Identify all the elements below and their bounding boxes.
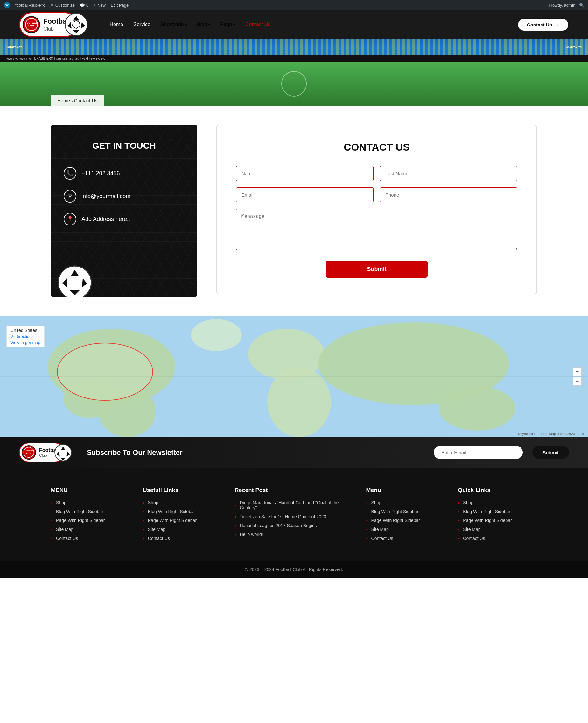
newsletter-bar: FOOTBALL CLUB Football Club Subscribe To… — [0, 437, 588, 468]
newsletter-submit-button[interactable]: Submit — [532, 446, 569, 459]
wp-logo-icon[interactable]: W — [4, 2, 10, 8]
menu1-contact[interactable]: Contact Us — [56, 536, 78, 541]
new-link[interactable]: + New — [93, 3, 106, 8]
customize-link[interactable]: ✏ Customize — [50, 3, 75, 8]
quick-blog[interactable]: Blog With Right Sidebar — [463, 509, 510, 514]
location-icon: 📍 — [64, 213, 76, 225]
list-item: Shop — [51, 500, 130, 505]
recent-post-4[interactable]: Hello world! — [240, 532, 263, 537]
list-item: Page With Right Sidebar — [143, 518, 222, 523]
nav-ball-icon — [64, 13, 88, 37]
useful-blog[interactable]: Blog With Right Sidebar — [148, 509, 195, 514]
email-phone-row — [236, 187, 517, 202]
nav-shortcode[interactable]: Shortcode — [161, 22, 187, 27]
footer-grid: MENU Shop Blog With Right Sidebar Page W… — [51, 487, 537, 545]
zoom-out-button[interactable]: − — [573, 377, 582, 386]
newsletter-logo: FOOTBALL CLUB Football Club — [19, 443, 65, 462]
menu3-sitemap[interactable]: Site Map — [371, 527, 389, 532]
menu1-blog[interactable]: Blog With Right Sidebar — [56, 509, 103, 514]
map-zoom-controls: + − — [573, 367, 582, 386]
list-item: Page With Right Sidebar — [51, 518, 130, 523]
recent-post-2[interactable]: Tickets on Sale for 1st Home Game of 202… — [240, 514, 327, 519]
nav-home[interactable]: Home — [110, 22, 123, 27]
nav-blog[interactable]: Blog — [197, 22, 210, 27]
edit-link[interactable]: Edit Page — [111, 3, 129, 8]
useful-shop[interactable]: Shop — [148, 500, 159, 505]
useful-sitemap[interactable]: Site Map — [148, 527, 165, 532]
phone-input[interactable] — [380, 187, 517, 202]
address-item: 📍 Add Address here.. — [64, 213, 185, 225]
arrow-icon: → — [554, 22, 559, 27]
list-item: Shop — [366, 500, 445, 505]
svg-text:FOOTBALL: FOOTBALL — [25, 22, 38, 24]
map-attribution: Keyboard shortcuts Map data ©2023 Terms — [518, 432, 585, 436]
newsletter-ball-icon — [55, 444, 72, 461]
breadcrumb: Home \ Contact Us — [51, 95, 104, 106]
list-item: Site Map — [51, 527, 130, 532]
newsletter-text: Subscribe To Our Newsletter — [87, 448, 424, 457]
phone-icon: 📞 — [64, 167, 76, 180]
howdy-label: Howdy, admin — [549, 3, 575, 8]
recent-post-1[interactable]: Diego Maradona's "Hand of God" and "Goal… — [240, 500, 354, 510]
get-in-touch-title: GET IN TOUCH — [64, 141, 185, 151]
menu3-page[interactable]: Page With Right Sidebar — [371, 518, 420, 523]
useful-contact[interactable]: Contact Us — [148, 536, 170, 541]
site-name-link[interactable]: football-club-Pro — [15, 3, 45, 8]
directions-link[interactable]: ↗ Directions — [10, 334, 40, 339]
list-item: Shop — [143, 500, 222, 505]
menu3-blog[interactable]: Blog With Right Sidebar — [371, 509, 419, 514]
quick-contact[interactable]: Contact Us — [463, 536, 485, 541]
submit-button[interactable]: Submit — [326, 261, 428, 278]
list-item: Shop — [458, 500, 537, 505]
email-address: info@yourmail.com — [81, 193, 130, 200]
list-item: Page With Right Sidebar — [458, 518, 537, 523]
quick-sitemap[interactable]: Site Map — [463, 527, 480, 532]
footer-menu3-title: Menu — [366, 487, 445, 494]
admin-search-icon[interactable]: 🔍 — [579, 3, 584, 8]
hero-section: Guaravita Guaravita vivo vivo vivo vivo … — [0, 39, 588, 106]
zoom-in-button[interactable]: + — [573, 367, 582, 376]
footer: MENU Shop Blog With Right Sidebar Page W… — [0, 468, 588, 578]
svg-text:CLUB: CLUB — [28, 24, 34, 27]
list-item: Page With Right Sidebar — [366, 518, 445, 523]
contact-form-title: CONTACT US — [236, 141, 517, 153]
newsletter-logo-icon: FOOTBALL CLUB — [22, 445, 36, 460]
message-textarea[interactable] — [236, 208, 517, 250]
useful-page[interactable]: Page With Right Sidebar — [148, 518, 197, 523]
card-ball-icon — [57, 265, 92, 297]
menu3-contact[interactable]: Contact Us — [371, 536, 393, 541]
menu1-shop[interactable]: Shop — [56, 500, 66, 505]
newsletter-email-input[interactable] — [434, 446, 523, 459]
nav-contact[interactable]: Contact Us — [245, 22, 270, 27]
directions-icon: ↗ — [10, 334, 14, 339]
nav-cta-button[interactable]: Contact Us → — [517, 18, 569, 31]
nav-service[interactable]: Service — [133, 22, 150, 27]
lastname-input[interactable] — [380, 166, 517, 181]
recent-post-3[interactable]: National Leagues 2017 Season Begins — [240, 523, 317, 528]
footer-quick-title: Quick Links — [458, 487, 537, 494]
list-item: National Leagues 2017 Season Begins — [234, 523, 353, 528]
quick-page[interactable]: Page With Right Sidebar — [463, 518, 512, 523]
menu1-page[interactable]: Page With Right Sidebar — [56, 518, 105, 523]
menu3-shop[interactable]: Shop — [371, 500, 382, 505]
logo-icon: FOOTBALL CLUB — [23, 16, 40, 34]
get-in-touch-card: GET IN TOUCH 📞 +111 202 3456 ✉ info@your… — [51, 125, 197, 297]
svg-point-24 — [191, 319, 242, 351]
list-item: Contact Us — [143, 536, 222, 541]
comments-link[interactable]: 💬 0 — [80, 3, 88, 8]
name-input[interactable] — [236, 166, 374, 181]
quick-shop[interactable]: Shop — [463, 500, 474, 505]
nav-page[interactable]: Page — [220, 22, 235, 27]
logo[interactable]: FOOTBALL CLUB Football Club — [19, 13, 78, 37]
map-location-text: United States — [10, 328, 40, 333]
view-larger-map-link[interactable]: View larger map — [10, 340, 40, 345]
footer-menu3: Menu Shop Blog With Right Sidebar Page W… — [366, 487, 445, 545]
address-text: Add Address here.. — [81, 216, 130, 223]
list-item: Blog With Right Sidebar — [51, 509, 130, 514]
list-item: Diego Maradona's "Hand of God" and "Goal… — [234, 500, 353, 510]
footer-menu1-title: MENU — [51, 487, 130, 494]
sponsor-logos: vivo vivo vivo vivo | BRASILIERO | itaú … — [6, 57, 105, 60]
menu1-sitemap[interactable]: Site Map — [56, 527, 74, 532]
email-input[interactable] — [236, 187, 374, 202]
name-row — [236, 166, 517, 181]
